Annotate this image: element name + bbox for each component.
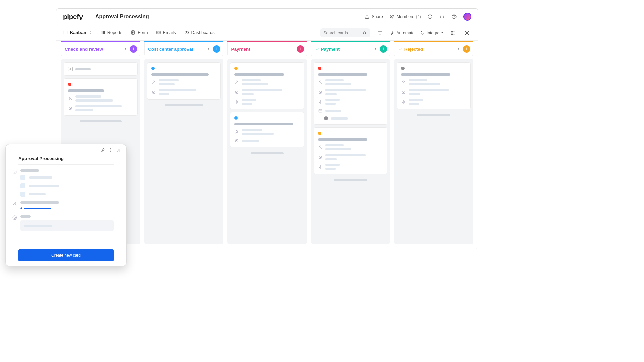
link-icon[interactable] xyxy=(100,148,105,154)
add-assignee-button[interactable]: + xyxy=(20,206,114,210)
members-button[interactable]: Members (4) xyxy=(389,14,421,20)
kanban-card[interactable] xyxy=(230,112,304,147)
column-add-button[interactable]: + xyxy=(213,45,220,53)
help-icon[interactable] xyxy=(451,14,457,20)
tab-kanban[interactable]: Kanban xyxy=(63,25,92,40)
svg-rect-5 xyxy=(64,31,65,34)
user-icon xyxy=(151,80,156,85)
radio-icon xyxy=(318,155,323,160)
svg-rect-49 xyxy=(319,109,322,112)
svg-point-40 xyxy=(236,130,238,132)
search-placeholder: Search cards xyxy=(323,31,360,35)
svg-point-14 xyxy=(454,31,454,32)
kanban-card[interactable] xyxy=(147,62,221,100)
svg-point-58 xyxy=(403,92,404,93)
column-add-button[interactable]: + xyxy=(130,45,137,53)
filter-icon[interactable] xyxy=(376,28,384,37)
more-icon[interactable] xyxy=(108,148,113,154)
checklist-item[interactable] xyxy=(20,183,114,188)
modal-title: Approval Processing xyxy=(18,156,114,165)
column-title: Rejected xyxy=(398,47,423,52)
status-dot xyxy=(318,67,321,70)
checklist-item[interactable] xyxy=(20,175,114,180)
column-title: Payment xyxy=(231,47,250,52)
radio-icon xyxy=(318,90,323,95)
svg-point-12 xyxy=(451,31,452,32)
kanban-card[interactable] xyxy=(314,127,387,174)
svg-point-37 xyxy=(236,81,238,82)
checklist-icon xyxy=(12,169,17,174)
integrate-button[interactable]: Integrate xyxy=(420,30,443,35)
svg-point-22 xyxy=(125,47,126,47)
column-menu-icon[interactable] xyxy=(206,46,211,52)
svg-point-0 xyxy=(390,15,392,17)
column-menu-icon[interactable] xyxy=(456,46,461,52)
svg-point-30 xyxy=(208,49,209,50)
column-add-button[interactable]: + xyxy=(297,45,304,53)
svg-point-56 xyxy=(402,81,404,82)
share-label: Share xyxy=(372,14,383,19)
brand-logo: pipefy xyxy=(63,13,83,21)
detail-input[interactable] xyxy=(20,220,114,231)
at-icon xyxy=(12,215,17,220)
tab-form[interactable]: Form xyxy=(130,25,148,40)
modal-checklist-section xyxy=(18,169,114,197)
svg-point-60 xyxy=(110,150,111,150)
tab-emails[interactable]: Emails xyxy=(156,25,176,40)
close-icon[interactable] xyxy=(116,148,121,154)
automate-button[interactable]: Automate xyxy=(390,30,415,35)
dollar-icon xyxy=(401,100,406,104)
bell-icon[interactable] xyxy=(439,14,445,20)
svg-point-63 xyxy=(14,202,16,204)
share-button[interactable]: Share xyxy=(364,14,383,20)
checklist-item[interactable] xyxy=(20,192,114,197)
column-payment-1: Payment + xyxy=(227,41,307,244)
share-icon xyxy=(364,14,370,20)
dollar-icon xyxy=(234,100,239,104)
svg-point-24 xyxy=(125,49,126,50)
kanban-card[interactable] xyxy=(230,62,304,109)
column-add-button[interactable]: + xyxy=(380,45,387,53)
clock-icon[interactable] xyxy=(427,14,433,20)
svg-point-25 xyxy=(70,97,71,99)
members-icon xyxy=(389,14,395,20)
tab-reports[interactable]: Reports xyxy=(100,25,123,40)
radio-icon xyxy=(151,90,156,95)
svg-point-28 xyxy=(208,47,209,47)
svg-point-18 xyxy=(451,34,452,35)
svg-rect-6 xyxy=(66,31,67,34)
status-dot xyxy=(151,67,155,70)
radio-icon xyxy=(68,106,73,111)
check-icon xyxy=(315,47,319,51)
kanban-card[interactable] xyxy=(314,62,387,125)
column-menu-icon[interactable] xyxy=(123,46,128,52)
column-menu-icon[interactable] xyxy=(373,46,378,52)
settings-icon[interactable] xyxy=(463,28,471,37)
apps-grid-icon[interactable] xyxy=(448,28,457,37)
kanban-card[interactable] xyxy=(397,62,471,109)
members-count: (4) xyxy=(416,14,421,19)
create-card-modal: Approval Processing + xyxy=(5,144,127,266)
svg-point-1 xyxy=(392,15,393,16)
main-header: pipefy Approval Processing Share Members… xyxy=(56,9,478,25)
svg-point-19 xyxy=(452,34,453,35)
new-card-placeholder[interactable] xyxy=(64,62,138,76)
dollar-icon xyxy=(318,100,323,104)
svg-point-11 xyxy=(363,31,366,34)
svg-point-45 xyxy=(375,49,376,50)
svg-point-34 xyxy=(292,47,292,47)
status-dot xyxy=(234,116,238,120)
create-card-button[interactable]: Create new card xyxy=(18,249,114,261)
kanban-card[interactable] xyxy=(64,78,138,116)
user-icon xyxy=(234,130,239,134)
svg-point-64 xyxy=(14,217,16,219)
column-menu-icon[interactable] xyxy=(290,46,294,52)
avatar[interactable] xyxy=(463,13,471,21)
svg-point-46 xyxy=(319,81,321,82)
tab-dashboards[interactable]: Dashboards xyxy=(184,25,215,40)
column-add-button[interactable]: + xyxy=(463,45,470,53)
search-input[interactable]: Search cards xyxy=(320,28,370,37)
column-title: Cost center approval xyxy=(148,47,193,52)
svg-point-48 xyxy=(320,92,321,93)
status-dot xyxy=(401,67,405,70)
